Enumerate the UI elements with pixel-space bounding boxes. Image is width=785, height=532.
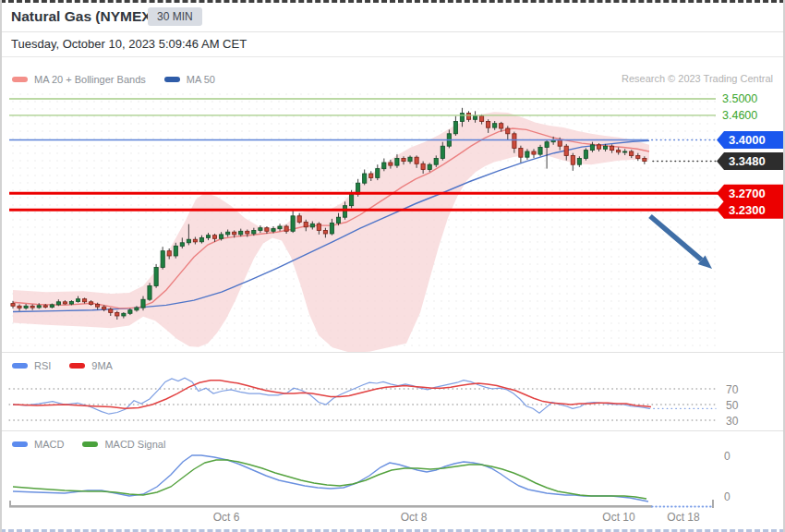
price-panel: MA 20 + Bollinger Bands MA 50 Research ©… — [0, 57, 785, 352]
credit: Research © 2023 Trading Central — [622, 73, 773, 84]
rsi-panel: RSI 9MA 705030 — [0, 353, 785, 430]
svg-text:0: 0 — [724, 490, 731, 503]
legend-item-rsi: RSI — [12, 360, 51, 371]
page: Natural Gas (NYMEX) 30 MIN Tuesday, Octo… — [0, 0, 785, 532]
legend-item-ma20: MA 20 + Bollinger Bands — [12, 74, 146, 85]
legend-item-ma50: MA 50 — [164, 74, 215, 85]
rsi-9ma-legend-label: 9MA — [91, 360, 113, 371]
timestamp: Tuesday, October 10, 2023 5:09:46 AM CET — [11, 37, 247, 51]
legend-item-macd-signal: MACD Signal — [82, 439, 165, 450]
macd-swatch — [12, 441, 28, 447]
legend-item-9ma: 9MA — [69, 360, 113, 371]
svg-text:3.4600: 3.4600 — [722, 109, 757, 122]
macd-line — [13, 455, 648, 502]
macd-panel: MACD MACD Signal 00Oct 6Oct 8Oct 10Oct 1… — [0, 431, 785, 532]
rsi-line — [13, 378, 649, 414]
svg-text:3.5000: 3.5000 — [722, 92, 757, 105]
svg-text:3.2700: 3.2700 — [729, 187, 766, 200]
svg-text:30: 30 — [726, 415, 739, 428]
svg-text:3.3480: 3.3480 — [729, 154, 766, 168]
time-axis — [9, 505, 652, 508]
price-legend: MA 20 + Bollinger Bands MA 50 — [12, 74, 215, 85]
svg-text:3.2300: 3.2300 — [729, 203, 766, 217]
macd-signal-swatch — [82, 441, 98, 447]
legend-item-macd: MACD — [12, 439, 64, 450]
svg-text:70: 70 — [726, 383, 739, 396]
rsi-swatch — [12, 363, 28, 369]
interval-badge: 30 MIN — [148, 7, 202, 26]
svg-text:0: 0 — [724, 450, 731, 463]
rsi-legend: RSI 9MA — [12, 360, 113, 371]
instrument-title: Natural Gas (NYMEX) — [11, 8, 156, 25]
header: Natural Gas (NYMEX) 30 MIN — [0, 3, 785, 32]
rsi-9ma-swatch — [69, 363, 85, 369]
ma20-legend-label: MA 20 + Bollinger Bands — [34, 74, 146, 85]
svg-text:3.4000: 3.4000 — [729, 133, 766, 147]
svg-text:Oct 10: Oct 10 — [602, 511, 635, 524]
macd-legend-label: MACD — [34, 439, 64, 450]
svg-text:Oct 6: Oct 6 — [213, 511, 240, 524]
ma50-legend-label: MA 50 — [187, 74, 215, 85]
rsi-legend-label: RSI — [34, 360, 51, 371]
ma50-swatch — [164, 77, 180, 82]
macd-legend: MACD MACD Signal — [12, 439, 165, 450]
price-chart: 3.50003.46003.40003.34803.27003.2300 — [0, 57, 785, 352]
svg-text:Oct 8: Oct 8 — [401, 511, 428, 524]
ma20-swatch — [12, 77, 28, 82]
svg-text:50: 50 — [726, 399, 739, 412]
forecast-arrow — [650, 216, 712, 269]
macd-signal-legend-label: MACD Signal — [104, 439, 165, 450]
rsi-chart: 705030 — [0, 353, 785, 430]
svg-text:Oct 18: Oct 18 — [667, 511, 700, 524]
macd-signal-line — [13, 460, 646, 499]
